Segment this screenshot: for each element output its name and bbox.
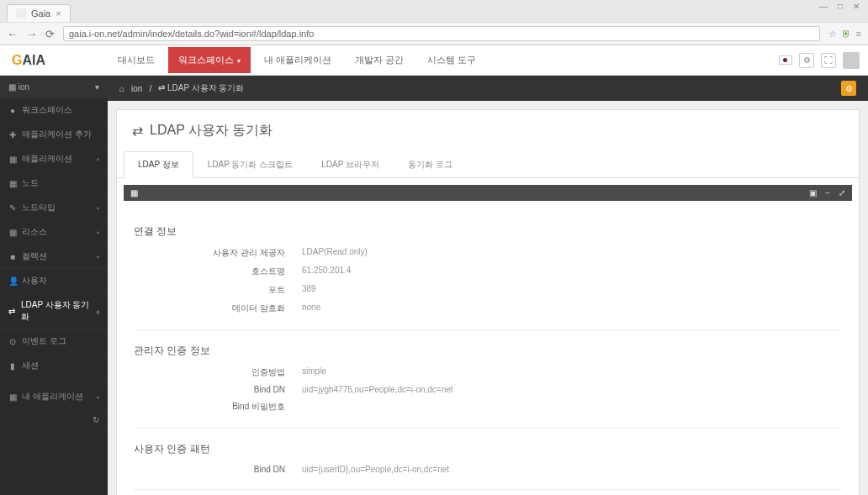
- logo-first: G: [12, 53, 22, 67]
- sidebar-item-collection[interactable]: ■컬렉션▪: [0, 245, 108, 269]
- label-auth-method: 인증방법: [134, 366, 302, 378]
- win-min-icon[interactable]: —: [816, 2, 831, 11]
- sync-icon: ⇄: [8, 307, 16, 316]
- fullscreen-icon[interactable]: ⤢: [839, 188, 845, 197]
- star-icon[interactable]: ☆: [828, 29, 837, 39]
- settings-icon[interactable]: ⚙: [799, 53, 814, 68]
- forward-button[interactable]: →: [26, 28, 37, 40]
- label-bind-dn: Bind DN: [134, 385, 302, 394]
- breadcrumb-root[interactable]: ion: [131, 84, 142, 93]
- nav-systools[interactable]: 시스템 도구: [417, 47, 486, 73]
- reload-button[interactable]: ⟳: [45, 28, 55, 40]
- breadcrumb-current: ⇄ LDAP 사용자 동기화: [158, 82, 244, 94]
- menu-icon[interactable]: ≡: [856, 29, 861, 39]
- value-auth-method: simple: [302, 366, 326, 378]
- nav-devspace[interactable]: 개발자 공간: [345, 47, 414, 73]
- back-button[interactable]: ←: [7, 28, 18, 40]
- sidebar-refresh[interactable]: ↻: [0, 409, 108, 431]
- grid-icon: ▦: [8, 392, 17, 402]
- value-user-bind-dn: uid={userID},ou=People,dc=i-on,dc=net: [302, 465, 449, 474]
- refresh-icon: ↻: [93, 415, 99, 424]
- workspace-selector[interactable]: ▦ ion ▾: [0, 76, 108, 98]
- win-max-icon[interactable]: □: [834, 2, 846, 11]
- home-icon[interactable]: ⌂: [119, 84, 124, 93]
- label-provider: 사용자 관리 제공자: [134, 247, 302, 259]
- favicon-icon: [16, 8, 26, 18]
- tab-ldap-info[interactable]: LDAP 정보: [124, 151, 193, 178]
- grid-icon: ▦: [8, 179, 17, 188]
- toolbar-action-icon[interactable]: ▣: [809, 188, 817, 197]
- page-title: ⇄ LDAP 사용자 동기화: [117, 110, 859, 151]
- section-user-auth: 사용자 인증 패턴: [134, 432, 842, 461]
- sidebar-item-user[interactable]: 👤사용자: [0, 269, 108, 293]
- sidebar-item-resource[interactable]: ▦리소스▪: [0, 220, 108, 245]
- tab-ldap-script[interactable]: LDAP 동기화 스크립트: [193, 151, 308, 178]
- panel-toolbar: ▦ ▣ − ⤢: [124, 185, 852, 201]
- label-host: 호스트명: [134, 266, 302, 277]
- minimize-icon[interactable]: −: [825, 188, 830, 197]
- label-user-bind-dn: Bind DN: [134, 465, 302, 474]
- bookmark-icon: ▮: [8, 361, 17, 371]
- sync-icon: ⇄: [132, 123, 143, 139]
- grid-icon: ▦: [8, 155, 17, 164]
- value-encrypt: none: [302, 303, 320, 314]
- tabs: LDAP 정보 LDAP 동기화 스크립트 LDAP 브라우저 동기화 로그: [117, 151, 859, 178]
- tab-sync-log[interactable]: 동기화 로그: [394, 151, 467, 178]
- section-connection: 연결 정보: [134, 214, 842, 244]
- grid-icon: ▦: [8, 228, 17, 237]
- tab-close-icon[interactable]: ×: [56, 8, 61, 18]
- window-controls[interactable]: — □ ✕: [816, 2, 863, 11]
- sidebar-item-myapps[interactable]: ▦내 애플리케이션▪: [0, 385, 108, 409]
- sidebar: ▦ ion ▾ ●워크스페이스 ✚애플리케이션 추가 ▦애플리케이션▪ ▦노드 …: [0, 76, 108, 495]
- tab-ldap-browser[interactable]: LDAP 브라우저: [307, 151, 394, 178]
- sidebar-item-eventlog[interactable]: ⊙이벤트 로그: [0, 329, 108, 354]
- url-input[interactable]: gaia.i-on.net/admin/index/details.do?wid…: [63, 26, 820, 41]
- logo[interactable]: GAIA: [0, 53, 108, 68]
- browser-tab[interactable]: Gaia ×: [7, 4, 71, 22]
- value-port: 389: [302, 284, 316, 296]
- sidebar-item-node[interactable]: ▦노드: [0, 171, 108, 196]
- plus-icon: ✚: [8, 130, 17, 140]
- edit-icon: ✎: [8, 203, 17, 213]
- value-bind-dn: uid=jygh4775,ou=People,dc=i-on,dc=net: [302, 385, 453, 394]
- tab-title: Gaia: [31, 8, 50, 18]
- value-provider: LDAP(Read only): [302, 247, 368, 259]
- caret-down-icon: ▾: [237, 57, 241, 65]
- sidebar-item-add-app[interactable]: ✚애플리케이션 추가: [0, 123, 108, 147]
- breadcrumb: ⌂ ion / ⇄ LDAP 사용자 동기화 ⚙: [108, 76, 868, 101]
- win-close-icon[interactable]: ✕: [849, 2, 863, 11]
- label-port: 포트: [134, 284, 302, 296]
- section-admin-auth: 관리자 인증 정보: [134, 334, 842, 363]
- shield-icon[interactable]: ⛨: [842, 29, 851, 39]
- nav-myapps[interactable]: 내 애플리케이션: [254, 47, 341, 73]
- square-icon: ■: [8, 252, 17, 261]
- gear-button[interactable]: ⚙: [841, 81, 856, 96]
- avatar[interactable]: [843, 52, 860, 69]
- target-icon: ⊙: [8, 337, 17, 346]
- url-text: gaia.i-on.net/admin/index/details.do?wid…: [69, 29, 314, 39]
- circle-icon: ●: [8, 106, 17, 115]
- user-icon: 👤: [8, 276, 17, 286]
- top-nav: 대시보드 워크스페이스▾ 내 애플리케이션 개발자 공간 시스템 도구: [108, 47, 486, 73]
- caret-down-icon: ▾: [95, 82, 99, 92]
- sidebar-item-workspace[interactable]: ●워크스페이스: [0, 98, 108, 123]
- label-encrypt: 데이터 암호화: [134, 303, 302, 314]
- sidebar-item-application[interactable]: ▦애플리케이션▪: [0, 147, 108, 171]
- nav-workspace[interactable]: 워크스페이스▾: [168, 47, 251, 73]
- sidebar-item-session[interactable]: ▮세션: [0, 354, 108, 378]
- nav-dashboard[interactable]: 대시보드: [108, 47, 165, 73]
- expand-icon[interactable]: ⛶: [821, 53, 836, 68]
- sidebar-item-nodetype[interactable]: ✎노드타입▪: [0, 196, 108, 220]
- grid-icon: ▦: [130, 188, 138, 197]
- locale-flag[interactable]: [779, 55, 792, 65]
- main-content: ⌂ ion / ⇄ LDAP 사용자 동기화 ⚙ ⇄ LDAP 사용자 동기화 …: [108, 76, 868, 495]
- value-host: 61.250.201.4: [302, 266, 351, 277]
- sidebar-item-ldap-sync[interactable]: ⇄LDAP 사용자 동기화◂: [0, 293, 108, 329]
- label-bind-pw: Bind 비밀번호: [134, 401, 302, 413]
- logo-rest: AIA: [22, 53, 45, 67]
